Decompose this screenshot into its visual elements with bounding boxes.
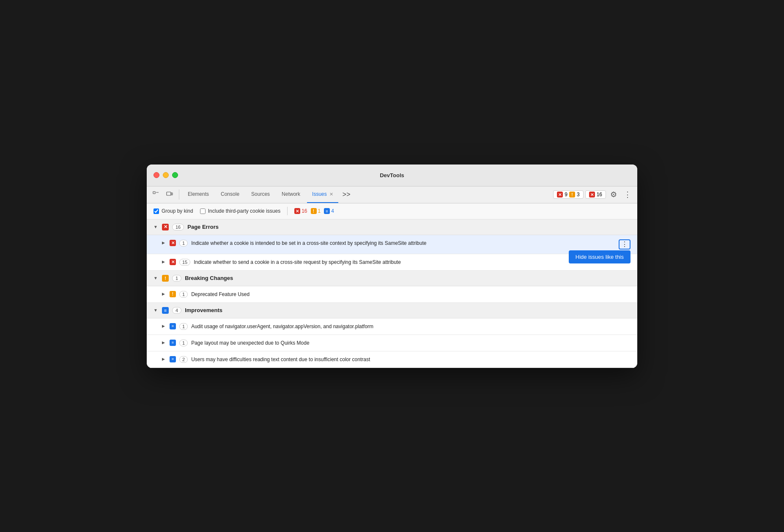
third-party-input[interactable] bbox=[200, 208, 206, 214]
traffic-lights bbox=[154, 172, 178, 178]
section-page-errors[interactable]: ▼ ✕ 16 Page Errors bbox=[147, 219, 637, 235]
filter-info-badge[interactable]: ≡ 4 bbox=[324, 208, 334, 214]
toolbar-divider bbox=[179, 189, 179, 200]
issue-text-2: Indicate whether to send a cookie in a c… bbox=[194, 258, 630, 266]
tab-console[interactable]: Console bbox=[216, 186, 244, 203]
issue-info-icon-3: ≡ bbox=[170, 356, 176, 362]
issue-error-icon-1: ✕ bbox=[170, 240, 176, 246]
inspect-element-button[interactable] bbox=[150, 189, 162, 200]
issue-count-1: 1 bbox=[179, 240, 188, 247]
improvements-title: Improvements bbox=[185, 307, 222, 313]
group-by-kind-checkbox[interactable]: Group by kind bbox=[154, 208, 193, 214]
svg-rect-2 bbox=[167, 192, 171, 195]
breaking-changes-count: 1 bbox=[172, 275, 181, 282]
tab-sources[interactable]: Sources bbox=[246, 186, 275, 203]
section-breaking-changes[interactable]: ▼ ! 1 Breaking Changes bbox=[147, 271, 637, 286]
section-improvements[interactable]: ▼ ≡ 4 Improvements bbox=[147, 303, 637, 318]
filter-badges: ✕ 16 ! 1 ≡ 4 bbox=[294, 208, 334, 214]
issue-color-contrast[interactable]: ▶ ≡ 2 Users may have difficulties readin… bbox=[147, 351, 637, 368]
tab-issues-close[interactable]: ✕ bbox=[329, 192, 333, 197]
close-button[interactable] bbox=[154, 172, 159, 178]
issue-info-icon-2: ≡ bbox=[170, 340, 176, 346]
issue-error-icon-2: ✕ bbox=[170, 259, 176, 265]
issue-chevron-4: ▶ bbox=[162, 324, 166, 328]
breaking-changes-icon: ! bbox=[162, 275, 169, 282]
total-error-icon: ✕ bbox=[589, 192, 595, 197]
issue-menu-container-1: ⋮ Hide issues like this bbox=[619, 239, 630, 250]
issue-text-3: Deprecated Feature Used bbox=[191, 291, 630, 298]
total-count: 16 bbox=[597, 192, 602, 197]
filter-warning-icon: ! bbox=[311, 208, 317, 214]
filter-error-badge[interactable]: ✕ 16 bbox=[294, 208, 307, 214]
issue-count-3: 1 bbox=[179, 291, 188, 298]
svg-rect-0 bbox=[153, 192, 155, 194]
issue-chevron-1: ▶ bbox=[162, 241, 166, 245]
issue-cookie-samesite-2[interactable]: ▶ ✕ 15 Indicate whether to send a cookie… bbox=[147, 254, 637, 271]
issue-text-6: Users may have difficulties reading text… bbox=[191, 356, 630, 363]
more-options-button[interactable]: ⋮ bbox=[621, 188, 634, 201]
devtools-window: DevTools Elements Console Sources Networ… bbox=[147, 165, 637, 368]
filter-bar: Group by kind Include third-party cookie… bbox=[147, 203, 637, 219]
issue-chevron-2: ▶ bbox=[162, 260, 166, 264]
minimize-button[interactable] bbox=[163, 172, 169, 178]
page-errors-chevron: ▼ bbox=[154, 225, 159, 229]
settings-button[interactable]: ⚙ bbox=[608, 188, 620, 201]
toolbar: Elements Console Sources Network Issues … bbox=[147, 186, 637, 203]
group-by-kind-input[interactable] bbox=[154, 208, 159, 214]
total-issues-badge[interactable]: ✕ 16 bbox=[585, 190, 606, 199]
issue-warning-icon-1: ! bbox=[170, 291, 176, 297]
titlebar: DevTools bbox=[147, 165, 637, 186]
svg-rect-3 bbox=[171, 193, 173, 195]
tab-elements[interactable]: Elements bbox=[183, 186, 214, 203]
issue-count-6: 2 bbox=[179, 356, 188, 363]
issue-chevron-6: ▶ bbox=[162, 357, 166, 361]
issue-text-5: Page layout may be unexpected due to Qui… bbox=[191, 339, 630, 347]
filter-info-icon: ≡ bbox=[324, 208, 330, 214]
issue-info-icon-1: ≡ bbox=[170, 323, 176, 329]
warning-icon: ! bbox=[569, 192, 575, 197]
error-count: 9 bbox=[565, 192, 567, 197]
breaking-changes-title: Breaking Changes bbox=[185, 275, 233, 281]
page-errors-icon: ✕ bbox=[162, 224, 169, 230]
filter-error-icon: ✕ bbox=[294, 208, 300, 214]
issue-cookie-samesite-1[interactable]: ▶ ✕ 1 Indicate whether a cookie is inten… bbox=[147, 235, 637, 254]
issues-content: ▼ ✕ 16 Page Errors ▶ ✕ 1 Indicate whethe… bbox=[147, 219, 637, 368]
improvements-chevron: ▼ bbox=[154, 308, 159, 313]
issue-text-1: Indicate whether a cookie is intended to… bbox=[191, 239, 615, 247]
filter-divider bbox=[287, 207, 288, 215]
more-tabs-button[interactable]: >> bbox=[340, 189, 353, 200]
tab-network[interactable]: Network bbox=[277, 186, 305, 203]
issue-quirks-mode[interactable]: ▶ ≡ 1 Page layout may be unexpected due … bbox=[147, 335, 637, 351]
filter-warning-badge[interactable]: ! 1 bbox=[311, 208, 321, 214]
issue-chevron-3: ▶ bbox=[162, 292, 166, 296]
issue-more-button-1[interactable]: ⋮ bbox=[619, 239, 630, 250]
issue-count-5: 1 bbox=[179, 340, 188, 346]
issue-user-agent[interactable]: ▶ ≡ 1 Audit usage of navigator.userAgent… bbox=[147, 318, 637, 335]
issue-count-4: 1 bbox=[179, 323, 188, 330]
page-errors-count: 16 bbox=[172, 224, 184, 230]
hide-issues-menu[interactable]: Hide issues like this bbox=[569, 250, 630, 263]
tab-issues[interactable]: Issues ✕ bbox=[307, 186, 338, 203]
page-errors-title: Page Errors bbox=[187, 224, 219, 230]
improvements-icon: ≡ bbox=[162, 307, 169, 314]
third-party-checkbox[interactable]: Include third-party cookie issues bbox=[200, 208, 280, 214]
breaking-changes-chevron: ▼ bbox=[154, 276, 159, 280]
issue-chevron-5: ▶ bbox=[162, 340, 166, 345]
issue-deprecated-feature[interactable]: ▶ ! 1 Deprecated Feature Used bbox=[147, 286, 637, 303]
issue-count-2: 15 bbox=[179, 259, 190, 266]
window-title: DevTools bbox=[380, 172, 404, 178]
device-toggle-button[interactable] bbox=[164, 189, 175, 200]
issue-text-4: Audit usage of navigator.userAgent, navi… bbox=[191, 323, 630, 330]
improvements-count: 4 bbox=[172, 307, 181, 314]
error-icon: ✕ bbox=[557, 192, 563, 197]
error-warning-badge[interactable]: ✕ 9 ! 3 bbox=[553, 190, 583, 199]
warning-count: 3 bbox=[577, 192, 580, 197]
maximize-button[interactable] bbox=[172, 172, 178, 178]
